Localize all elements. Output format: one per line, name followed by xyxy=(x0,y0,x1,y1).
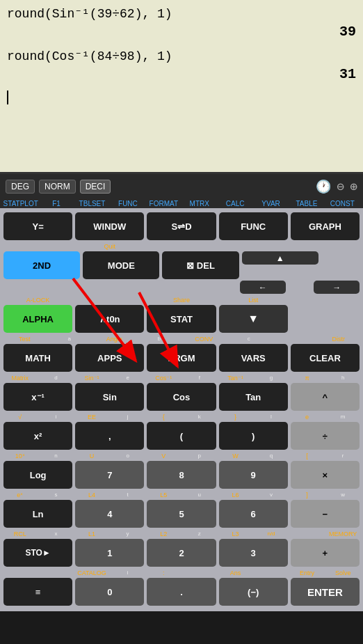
sub-6-p: p xyxy=(183,451,216,461)
deci-badge[interactable]: DECI xyxy=(80,180,111,194)
divide-button[interactable]: ÷ xyxy=(291,422,360,450)
math-button[interactable]: MATH xyxy=(3,344,72,372)
sin-button[interactable]: Sin xyxy=(75,383,144,411)
ln-button[interactable]: Ln xyxy=(3,500,72,528)
func-button[interactable]: FUNC xyxy=(219,212,288,240)
sub-1-4 xyxy=(219,242,288,251)
left-arrow-button[interactable]: ← xyxy=(240,281,286,294)
sub-4-g: g xyxy=(255,373,288,383)
fn-tblset: TBLSET xyxy=(74,200,110,207)
enter-button[interactable]: ENTER xyxy=(291,578,360,606)
2nd-button[interactable]: 2ND xyxy=(3,251,80,279)
0-button[interactable]: 0 xyxy=(75,578,144,606)
down-arrow-button[interactable]: ▼ xyxy=(219,305,288,333)
caret-button[interactable]: ^ xyxy=(291,383,360,411)
sub-4-e: e xyxy=(111,373,145,383)
norm-badge[interactable]: NORM xyxy=(39,180,76,194)
subtract-button[interactable]: − xyxy=(291,500,360,528)
7-button[interactable]: 7 xyxy=(75,461,144,489)
sub-8-l1: L1 xyxy=(75,529,108,539)
button-row-4: MATH APPS PRGM VARS CLEAR xyxy=(3,344,360,372)
mode-button[interactable]: MODE xyxy=(83,251,159,279)
sub-9-colon: : xyxy=(147,568,180,578)
up-arrow-button[interactable]: ▲ xyxy=(242,251,318,265)
prgm-button[interactable]: PRGM xyxy=(147,344,216,372)
sub-6-v: V xyxy=(147,451,180,461)
multiply-button[interactable]: × xyxy=(291,461,360,489)
sub-3-conv: CONV xyxy=(183,334,225,344)
s-d-button[interactable]: S⇌D xyxy=(147,212,216,240)
sub-6-10x: 10ˣ xyxy=(3,451,37,461)
1-button[interactable]: 1 xyxy=(75,539,144,567)
sub-1-5 xyxy=(291,242,360,251)
vars-button[interactable]: VARS xyxy=(219,344,288,372)
button-row-8: Ln 4 5 6 − xyxy=(3,500,360,528)
clear-button[interactable]: CLEAR xyxy=(291,344,360,372)
9-button[interactable]: 9 xyxy=(219,461,288,489)
sublabel-row-1: Quit xyxy=(3,242,360,251)
add-button[interactable]: + xyxy=(291,539,360,567)
sub-1-1 xyxy=(3,242,72,251)
fn-table: TABLE xyxy=(289,200,324,207)
5-button[interactable]: 5 xyxy=(147,500,216,528)
right-paren-button[interactable]: ) xyxy=(219,422,288,450)
deg-badge[interactable]: DEG xyxy=(6,180,35,194)
sub-4-d: d xyxy=(40,373,73,383)
sub-7-t: t xyxy=(111,490,145,500)
alpha-button[interactable]: ALPHA xyxy=(3,305,72,333)
sto-button[interactable]: STO► xyxy=(3,539,72,567)
angle-button[interactable]: ∧t0n xyxy=(75,305,144,333)
button-row-9: STO► 1 2 3 + xyxy=(3,539,360,567)
sub-6-r: r xyxy=(326,451,360,461)
sub-3-a: a xyxy=(49,334,91,344)
sub-5-i: i xyxy=(40,412,73,422)
button-row-5: x⁻¹ Sin Cos Tan ^ xyxy=(3,383,360,411)
sublabel-row-9: CATALOG i : Ans Entry Solve xyxy=(3,568,360,578)
sub-6-lbracket: [ xyxy=(291,451,324,461)
status-icons: 🕐 ⊖ ⊕ xyxy=(316,179,357,194)
y-equals-button[interactable]: Y= xyxy=(3,212,72,240)
button-row-2: 2ND MODE ⊠ DEL ▲ xyxy=(3,251,360,279)
sub-8-rcl: RCL xyxy=(3,529,37,539)
comma-button[interactable]: , xyxy=(75,422,144,450)
2-button[interactable]: 2 xyxy=(147,539,216,567)
del-button[interactable]: ⊠ DEL xyxy=(162,251,239,279)
button-row-7: Log 7 8 9 × xyxy=(3,461,360,489)
sub-5-e: e xyxy=(291,412,324,422)
sub-6-o: o xyxy=(111,451,145,461)
calculator-display: round(Sin⁻¹(39÷62), 1) 39 round(Cos⁻¹(84… xyxy=(0,0,363,174)
sub-9-empty3 xyxy=(183,568,216,578)
sub-9-catalog: CATALOG xyxy=(75,568,108,578)
menu-button[interactable]: ≡ xyxy=(3,578,72,606)
sub-5-m: m xyxy=(326,412,360,422)
x-squared-button[interactable]: x² xyxy=(3,422,72,450)
fn-const: CONST xyxy=(325,200,360,207)
apps-button[interactable]: APPS xyxy=(75,344,144,372)
log-button[interactable]: Log xyxy=(3,461,72,489)
zoom-in-icon[interactable]: ⊕ xyxy=(350,179,357,194)
history-icon[interactable]: 🕐 xyxy=(316,179,331,194)
right-arrow-button[interactable]: → xyxy=(314,281,360,294)
button-row-3: ALPHA ∧t0n STAT ▼ xyxy=(3,305,360,333)
fn-mtrx: MTRX xyxy=(182,200,217,207)
decimal-button[interactable]: . xyxy=(147,578,216,606)
stat-button[interactable]: STAT xyxy=(147,305,216,333)
result-1: 39 xyxy=(339,24,356,40)
cos-button[interactable]: Cos xyxy=(147,383,216,411)
x-inverse-button[interactable]: x⁻¹ xyxy=(3,383,72,411)
window-button[interactable]: WINDW xyxy=(75,212,144,240)
zoom-out-icon[interactable]: ⊖ xyxy=(337,179,344,194)
tan-button[interactable]: Tan xyxy=(219,383,288,411)
button-row-10: ≡ 0 . (−) ENTER xyxy=(3,578,360,606)
8-button[interactable]: 8 xyxy=(147,461,216,489)
sub-4-cos-inv: Cos⁻¹ xyxy=(147,373,180,383)
graph-button[interactable]: GRAPH xyxy=(291,212,360,240)
sub-5-ee: EE xyxy=(75,412,108,422)
expr-1: round(Sin⁻¹(39÷62), 1) xyxy=(7,6,356,21)
sub-6-q: q xyxy=(255,451,288,461)
left-paren-button[interactable]: ( xyxy=(147,422,216,450)
negative-button[interactable]: (−) xyxy=(219,578,288,606)
4-button[interactable]: 4 xyxy=(75,500,144,528)
3-button[interactable]: 3 xyxy=(219,539,288,567)
6-button[interactable]: 6 xyxy=(219,500,288,528)
